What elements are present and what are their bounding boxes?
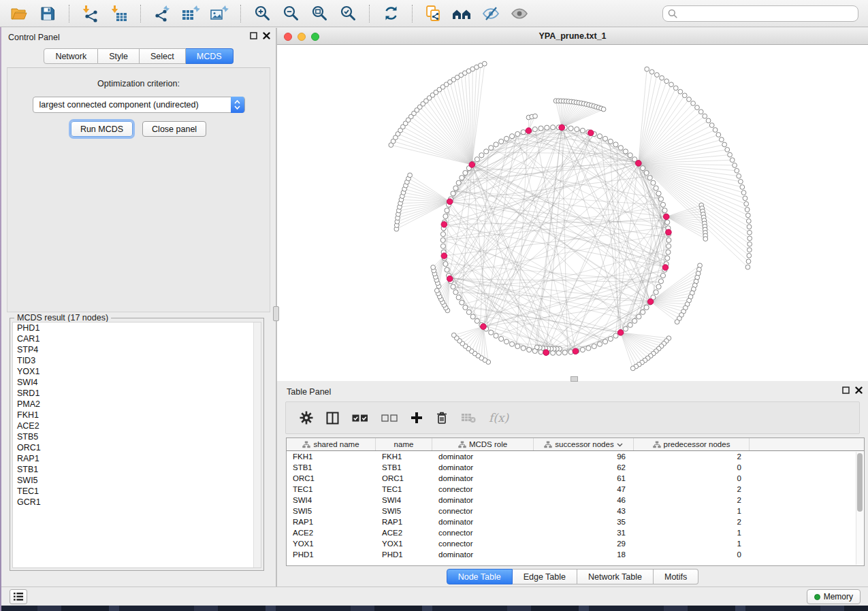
table-row[interactable]: RAP1RAP1dominator352 [287, 516, 864, 527]
float-panel-icon[interactable] [250, 32, 257, 39]
import-network-icon [82, 5, 99, 22]
mcds-result-item[interactable]: YOX1 [13, 366, 261, 377]
table-row[interactable]: SWI5SWI5connector431 [287, 506, 864, 516]
tab-node-table[interactable]: Node Table [447, 569, 513, 584]
mcds-result-item[interactable]: FKH1 [13, 410, 261, 420]
search-input[interactable] [681, 7, 858, 20]
show-column-icon[interactable] [326, 412, 339, 425]
table-row[interactable]: ORC1ORC1dominator610 [287, 473, 864, 484]
close-window-icon[interactable] [284, 33, 292, 41]
mcds-result-item[interactable]: PHD1 [13, 323, 261, 333]
vertical-splitter-handle[interactable] [273, 306, 279, 321]
table-cell: PHD1 [287, 550, 376, 559]
maximize-window-icon[interactable] [311, 33, 319, 41]
mcds-result-item[interactable]: STB1 [13, 464, 261, 475]
mcds-result-item[interactable]: RAP1 [13, 453, 261, 464]
select-all-checkboxes-icon[interactable] [352, 414, 368, 423]
close-panel-icon[interactable] [855, 386, 863, 394]
mcds-result-item[interactable]: STP4 [13, 344, 261, 355]
column-header-shared-name[interactable]: shared name [287, 438, 376, 450]
tab-select[interactable]: Select [140, 48, 186, 64]
deselect-all-checkboxes-icon[interactable] [381, 414, 398, 423]
mcds-result-item[interactable]: GCR1 [13, 497, 261, 508]
tab-motifs[interactable]: Motifs [654, 569, 698, 584]
table-cell: 18 [534, 550, 634, 559]
table-scrollbar[interactable] [856, 452, 863, 565]
settings-gear-icon[interactable] [300, 411, 313, 425]
open-session-button[interactable] [7, 3, 31, 24]
close-panel-icon[interactable] [263, 32, 270, 39]
mcds-result-item[interactable]: TEC1 [13, 486, 261, 497]
column-header-predecessor-nodes[interactable]: predecessor nodes [634, 438, 750, 450]
export-network-button[interactable] [150, 3, 174, 24]
mcds-result-item[interactable]: ACE2 [13, 420, 261, 431]
import-table-icon [110, 5, 128, 22]
node-table[interactable]: shared namenameMCDS rolesuccessor nodesp… [286, 437, 865, 566]
minimize-window-icon[interactable] [298, 33, 306, 41]
import-network-button[interactable] [78, 3, 103, 24]
float-panel-icon[interactable] [842, 386, 850, 394]
tab-network[interactable]: Network [44, 48, 98, 64]
tab-style[interactable]: Style [98, 48, 140, 64]
table-row[interactable]: PHD1PHD1dominator180 [287, 549, 864, 560]
tab-mcds[interactable]: MCDS [186, 48, 234, 64]
save-session-button[interactable] [35, 3, 60, 24]
mcds-result-item[interactable]: SRD1 [13, 388, 261, 399]
table-cell: 1 [634, 540, 750, 548]
mcds-result-item[interactable]: CAR1 [13, 333, 261, 344]
mcds-result-item[interactable]: ORC1 [13, 442, 261, 453]
zoom-in-button[interactable] [250, 3, 274, 24]
mcds-result-list[interactable]: PHD1CAR1STP4TID3YOX1SWI4SRD1PMA2FKH1ACE2… [12, 322, 261, 568]
zoom-in-icon [254, 5, 271, 22]
result-list-scrollbar[interactable] [253, 323, 261, 567]
refresh-view-button[interactable] [379, 3, 403, 24]
table-cell: YOX1 [287, 540, 376, 548]
table-row[interactable]: TEC1TEC1connector472 [287, 484, 864, 495]
add-column-icon[interactable] [411, 412, 423, 424]
mcds-result-item[interactable]: SWI5 [13, 475, 261, 486]
zoom-fit-button[interactable] [307, 3, 332, 24]
table-row[interactable]: SWI4SWI4dominator462 [287, 495, 864, 506]
column-label: MCDS role [469, 440, 507, 448]
table-header-row: shared namenameMCDS rolesuccessor nodesp… [287, 438, 864, 451]
network-canvas[interactable] [277, 45, 868, 381]
table-scrollbar-thumb[interactable] [857, 453, 863, 512]
tab-network-table[interactable]: Network Table [577, 569, 654, 584]
export-table-button[interactable] [178, 3, 203, 24]
sort-chevron-icon[interactable] [617, 440, 623, 448]
column-header-successor-nodes[interactable]: successor nodes [534, 438, 634, 450]
table-row[interactable]: FKH1FKH1dominator962 [287, 451, 864, 462]
export-image-button[interactable] [207, 3, 231, 24]
table-row[interactable]: STB1STB1dominator620 [287, 462, 864, 473]
mcds-result-item[interactable]: PMA2 [13, 399, 261, 410]
network-titlebar[interactable]: YPA_prune.txt_1 [277, 28, 868, 45]
table-cell: SWI4 [376, 496, 432, 504]
table-row[interactable]: ACE2ACE2connector311 [287, 527, 864, 538]
hide-selected-button[interactable] [479, 3, 503, 24]
status-menu-button[interactable] [10, 589, 27, 604]
memory-button[interactable]: Memory [807, 589, 861, 604]
global-search-field[interactable] [662, 5, 858, 22]
eye-slash-icon [482, 5, 500, 22]
column-header-name[interactable]: name [376, 438, 432, 450]
table-row[interactable]: YOX1YOX1connector291 [287, 538, 864, 549]
copy-network-style-button[interactable] [421, 3, 446, 24]
column-header-MCDS-role[interactable]: MCDS role [432, 438, 534, 450]
mcds-result-item[interactable]: STB5 [13, 431, 261, 442]
criterion-select[interactable]: largest connected component (undirected) [33, 97, 245, 113]
delete-column-icon[interactable] [436, 411, 448, 425]
table-cell: ACE2 [287, 529, 376, 537]
show-all-button[interactable] [507, 3, 532, 24]
horizontal-splitter-handle[interactable] [570, 376, 578, 382]
zoom-selected-button[interactable] [336, 3, 360, 24]
tab-edge-table[interactable]: Edge Table [513, 569, 577, 584]
network-graph[interactable] [277, 45, 868, 381]
mcds-result-item[interactable]: SWI4 [13, 377, 261, 388]
run-mcds-button[interactable]: Run MCDS [71, 121, 133, 137]
column-header-filler [750, 438, 864, 450]
close-panel-button[interactable]: Close panel [142, 121, 206, 137]
first-neighbors-button[interactable] [450, 3, 475, 24]
import-table-button[interactable] [107, 3, 131, 24]
mcds-result-item[interactable]: TID3 [13, 355, 261, 366]
zoom-out-button[interactable] [278, 3, 303, 24]
